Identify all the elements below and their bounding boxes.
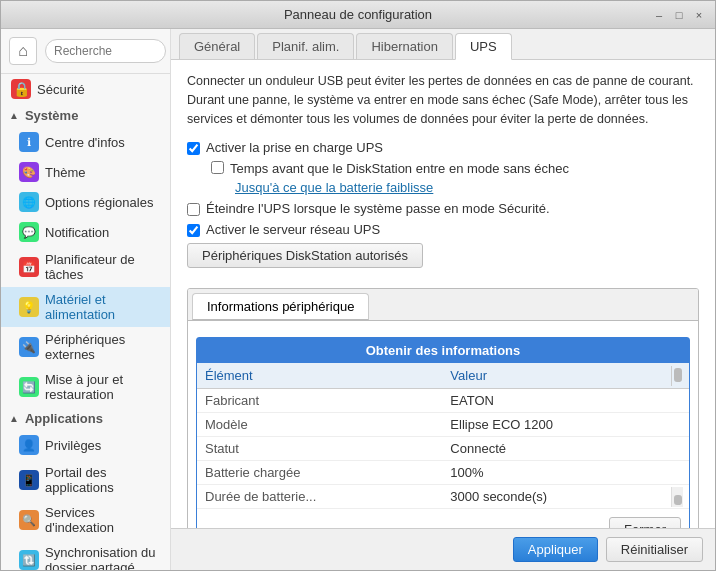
window: Panneau de configuration – □ × ⌂ 🔒 Sécur… xyxy=(0,0,716,571)
sidebar-item-label: Services d'indexation xyxy=(45,505,160,535)
sidebar-item-label: Privilèges xyxy=(45,438,101,453)
checkbox-network-row: Activer le serveur réseau UPS xyxy=(187,222,699,237)
checkbox-time-label: Temps avant que le DiskStation entre en … xyxy=(230,161,569,176)
sidebar-item-label: Thème xyxy=(45,165,85,180)
info-dialog-header: Obtenir des informations xyxy=(197,338,689,363)
sidebar-item-label: Notification xyxy=(45,225,109,240)
chevron-icon: ▲ xyxy=(9,110,19,121)
sidebar-item-materiel[interactable]: 💡 Matériel et alimentation xyxy=(1,287,170,327)
tab-hibernation[interactable]: Hibernation xyxy=(356,33,453,59)
sidebar-item-theme[interactable]: 🎨 Thème xyxy=(1,157,170,187)
centre-infos-icon: ℹ xyxy=(19,132,39,152)
col-scroll xyxy=(671,363,689,389)
home-button[interactable]: ⌂ xyxy=(9,37,37,65)
checkbox-network[interactable] xyxy=(187,224,200,237)
sidebar-item-indexation[interactable]: 🔍 Services d'indexation xyxy=(1,500,170,540)
col-element: Élément xyxy=(197,363,442,389)
sidebar-item-securite[interactable]: 🔒 Sécurité xyxy=(1,74,170,104)
row-label: Batterie chargée xyxy=(197,461,442,485)
synchro-icon: 🔃 xyxy=(19,550,39,570)
search-input[interactable] xyxy=(45,39,166,63)
battery-link[interactable]: Jusqu'à ce que la batterie faiblisse xyxy=(235,180,699,195)
checkbox-network-label: Activer le serveur réseau UPS xyxy=(206,222,380,237)
sidebar: ⌂ 🔒 Sécurité ▲ Système ℹ Centre d'infos … xyxy=(1,29,171,570)
theme-icon: 🎨 xyxy=(19,162,39,182)
sidebar-section-systeme[interactable]: ▲ Système xyxy=(1,104,170,127)
row-label: Modèle xyxy=(197,413,442,437)
close-button[interactable]: Fermer xyxy=(609,517,681,528)
sidebar-item-maj[interactable]: 🔄 Mise à jour et restauration xyxy=(1,367,170,407)
checkbox-time[interactable] xyxy=(211,161,224,174)
checkbox-enable-ups-label: Activer la prise en charge UPS xyxy=(206,140,383,155)
ups-panel: Connecter un onduleur USB peut éviter le… xyxy=(171,60,715,528)
section-label: Applications xyxy=(25,411,103,426)
sidebar-item-label: Portail des applications xyxy=(45,465,160,495)
indexation-icon: 🔍 xyxy=(19,510,39,530)
chevron-icon: ▲ xyxy=(9,413,19,424)
reset-button[interactable]: Réinitialiser xyxy=(606,537,703,562)
table-row: Statut Connecté xyxy=(197,437,689,461)
tab-ups[interactable]: UPS xyxy=(455,33,512,60)
row-value: 3000 seconde(s) xyxy=(442,485,671,509)
content-area: Général Planif. alim. Hibernation UPS Co… xyxy=(171,29,715,570)
notification-icon: 💬 xyxy=(19,222,39,242)
sidebar-item-label: Centre d'infos xyxy=(45,135,125,150)
row-label: Statut xyxy=(197,437,442,461)
minimize-button[interactable]: – xyxy=(651,7,667,23)
sidebar-item-label: Mise à jour et restauration xyxy=(45,372,160,402)
maj-icon: 🔄 xyxy=(19,377,39,397)
main-layout: ⌂ 🔒 Sécurité ▲ Système ℹ Centre d'infos … xyxy=(1,29,715,570)
info-table-wrapper: Élément Valeur xyxy=(197,363,689,509)
sidebar-item-planificateur[interactable]: 📅 Planificateur de tâches xyxy=(1,247,170,287)
sidebar-item-peripheriques-ext[interactable]: 🔌 Périphériques externes xyxy=(1,327,170,367)
peripheriques-ext-icon: 🔌 xyxy=(19,337,39,357)
checkbox-shutdown-row: Éteindre l'UPS lorsque le système passe … xyxy=(187,201,699,216)
row-label: Durée de batterie... xyxy=(197,485,442,509)
titlebar: Panneau de configuration – □ × xyxy=(1,1,715,29)
checkbox-time-row: Temps avant que le DiskStation entre en … xyxy=(211,161,699,176)
sidebar-item-privileges[interactable]: 👤 Privilèges xyxy=(1,430,170,460)
sidebar-item-label: Périphériques externes xyxy=(45,332,160,362)
planificateur-icon: 📅 xyxy=(19,257,39,277)
checkbox-shutdown-label: Éteindre l'UPS lorsque le système passe … xyxy=(206,201,550,216)
sidebar-item-label: Options régionales xyxy=(45,195,153,210)
sidebar-item-notification[interactable]: 💬 Notification xyxy=(1,217,170,247)
checkbox-shutdown[interactable] xyxy=(187,203,200,216)
row-value: Ellipse ECO 1200 xyxy=(442,413,671,437)
table-row: Durée de batterie... 3000 seconde(s) xyxy=(197,485,689,509)
sidebar-item-centre-infos[interactable]: ℹ Centre d'infos xyxy=(1,127,170,157)
sidebar-item-label: Planificateur de tâches xyxy=(45,252,160,282)
checkbox-enable-ups-row: Activer la prise en charge UPS xyxy=(187,140,699,155)
tab-bar: Général Planif. alim. Hibernation UPS xyxy=(171,29,715,60)
sidebar-section-applications[interactable]: ▲ Applications xyxy=(1,407,170,430)
sidebar-item-options-regionales[interactable]: 🌐 Options régionales xyxy=(1,187,170,217)
sidebar-item-label: Synchronisation du dossier partagé xyxy=(45,545,160,570)
sidebar-item-synchro[interactable]: 🔃 Synchronisation du dossier partagé xyxy=(1,540,170,570)
portail-icon: 📱 xyxy=(19,470,39,490)
info-tab-bar: Informations périphérique xyxy=(188,289,698,321)
periph-button[interactable]: Périphériques DiskStation autorisés xyxy=(187,243,423,268)
sidebar-item-label: Matériel et alimentation xyxy=(45,292,160,322)
info-tab-peripherique[interactable]: Informations périphérique xyxy=(192,293,369,320)
close-row: Fermer xyxy=(197,509,689,528)
tab-planif[interactable]: Planif. alim. xyxy=(257,33,354,59)
row-label: Fabricant xyxy=(197,389,442,413)
info-dialog-container: Obtenir des informations Élément Valeur xyxy=(188,321,698,528)
ups-description: Connecter un onduleur USB peut éviter le… xyxy=(187,72,699,128)
row-scroll xyxy=(671,437,689,461)
info-section: Informations périphérique Obtenir des in… xyxy=(187,288,699,528)
privileges-icon: 👤 xyxy=(19,435,39,455)
row-scroll xyxy=(671,389,689,413)
maximize-button[interactable]: □ xyxy=(671,7,687,23)
sidebar-item-portail[interactable]: 📱 Portail des applications xyxy=(1,460,170,500)
row-scroll xyxy=(671,485,689,509)
securite-icon: 🔒 xyxy=(11,79,31,99)
apply-button[interactable]: Appliquer xyxy=(513,537,598,562)
info-dialog: Obtenir des informations Élément Valeur xyxy=(196,337,690,528)
close-button[interactable]: × xyxy=(691,7,707,23)
window-controls: – □ × xyxy=(651,7,707,23)
checkbox-enable-ups[interactable] xyxy=(187,142,200,155)
tab-general[interactable]: Général xyxy=(179,33,255,59)
window-title: Panneau de configuration xyxy=(284,7,432,22)
row-scroll xyxy=(671,461,689,485)
